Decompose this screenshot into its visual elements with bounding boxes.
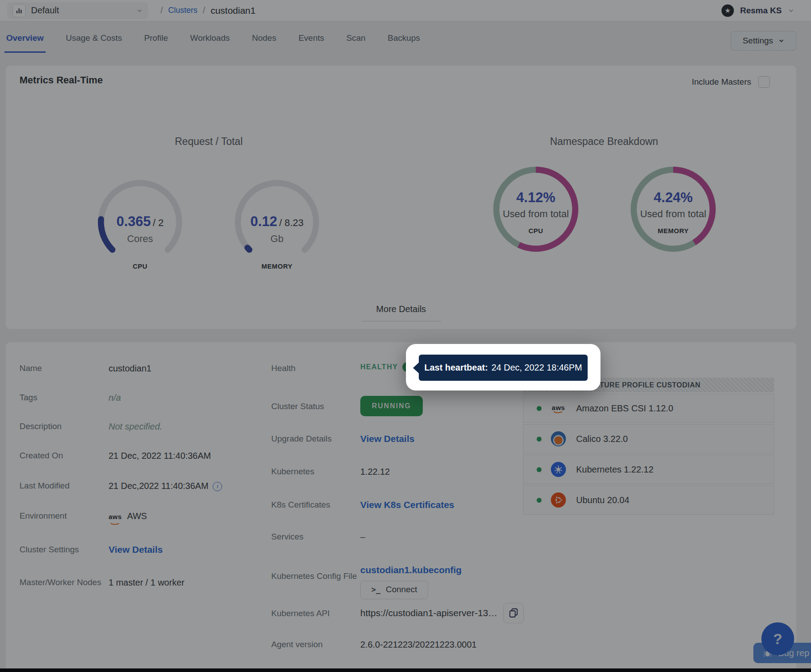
tooltip-label: Last heartbeat: bbox=[425, 363, 488, 373]
dim-overlay bbox=[0, 0, 811, 672]
last-heartbeat-tooltip: Last heartbeat: 24 Dec, 2022 18:46PM bbox=[419, 355, 588, 381]
tooltip-spotlight: Last heartbeat: 24 Dec, 2022 18:46PM bbox=[406, 344, 600, 391]
tooltip-value: 24 Dec, 2022 18:46PM bbox=[491, 363, 582, 373]
